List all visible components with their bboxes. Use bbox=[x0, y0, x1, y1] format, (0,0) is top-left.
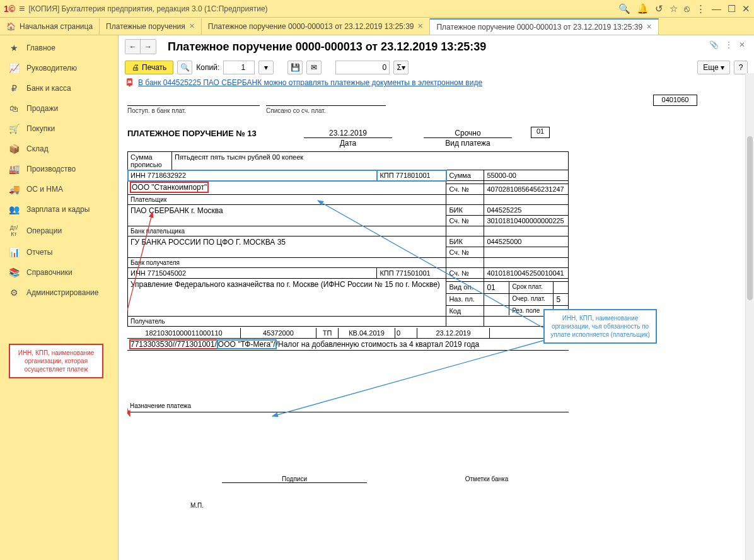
recv-account: 40101810045250010041 bbox=[484, 268, 569, 279]
tab-payment-order-13a[interactable]: Платежное поручение 0000-000013 от 23.12… bbox=[202, 18, 431, 35]
tabbar: 🏠 Начальная страница Платежные поручения… bbox=[0, 18, 754, 35]
tab-payment-order-13b[interactable]: Платежное поручение 0000-000013 от 23.12… bbox=[430, 18, 659, 35]
order-date: 23.12.2019 bbox=[304, 129, 392, 138]
recv-bank: ГУ БАНКА РОССИИ ПО ЦФО Г. МОСКВА 35 bbox=[130, 238, 286, 247]
sidebar-item-salary[interactable]: 👥Зарплата и кадры bbox=[0, 199, 118, 219]
factory-icon: 🏭 bbox=[9, 164, 19, 174]
bag-icon: 🛍 bbox=[9, 103, 19, 114]
date-label: Дата bbox=[304, 139, 392, 148]
vertical-scrollbar[interactable] bbox=[745, 73, 754, 560]
doc-title: Платежное поручение 0000-000013 от 23.12… bbox=[168, 40, 486, 54]
sidebar-item-purchases[interactable]: 🛒Покупки bbox=[0, 119, 118, 139]
payment-order-form: 0401060 Поступ. в банк плат. Списано со … bbox=[127, 95, 707, 509]
vidop-value: 01 bbox=[484, 282, 509, 293]
forward-button[interactable]: → bbox=[141, 40, 156, 54]
history-icon[interactable]: ↺ bbox=[655, 3, 663, 15]
content-area: 📎 ⋮ ✕ ← → Платежное поручение 0000-00001… bbox=[119, 35, 754, 560]
nazpl-label: Наз. пл. bbox=[446, 294, 484, 306]
more-icon[interactable]: ⋮ bbox=[725, 40, 733, 49]
link-icon[interactable]: ⎋ bbox=[684, 3, 690, 14]
recv-label: Получатель bbox=[128, 317, 446, 327]
sidebar-item-admin[interactable]: ⚙Администрирование bbox=[0, 283, 118, 303]
tab-close-icon[interactable]: ✕ bbox=[189, 22, 195, 30]
account-label: Сч. № bbox=[446, 184, 484, 195]
help-button[interactable]: ? bbox=[734, 61, 748, 74]
sidebar-item-sales[interactable]: 🛍Продажи bbox=[0, 98, 118, 119]
search-icon[interactable]: 🔍 bbox=[618, 3, 630, 15]
account-label: Сч. № bbox=[446, 216, 484, 226]
paperclip-icon[interactable]: 📎 bbox=[709, 40, 719, 49]
titlebar: 1© ≡ [КОПИЯ] Бухгалтерия предприятия, ре… bbox=[0, 0, 754, 18]
payer-bank-label: Банк плательщика bbox=[128, 226, 446, 236]
payer-bik: 044525225 bbox=[484, 205, 569, 216]
print-button[interactable]: 🖨Печать bbox=[125, 61, 173, 74]
tab-label: Платежное поручение 0000-000013 от 23.12… bbox=[208, 22, 414, 31]
print-label: Печать bbox=[142, 63, 166, 72]
sidebar-item-manager[interactable]: 📈Руководителю bbox=[0, 58, 118, 78]
purpose-id: 7713303530//771301001/ bbox=[130, 340, 218, 349]
cart-icon: 🛒 bbox=[9, 124, 19, 134]
bell-icon[interactable]: 🔔 bbox=[637, 3, 649, 15]
maximize-icon[interactable]: ☐ bbox=[728, 3, 736, 15]
recv-kpp: КПП 771501001 bbox=[377, 268, 446, 279]
doc-date: 23.12.2019 bbox=[417, 328, 490, 339]
ocher-value: 5 bbox=[554, 294, 568, 305]
srok-label: Срок плат. bbox=[509, 282, 554, 293]
sidebar-item-directories[interactable]: 📚Справочники bbox=[0, 262, 118, 283]
sidebar-label: Главное bbox=[26, 44, 55, 52]
email-button[interactable]: ✉ bbox=[306, 61, 322, 74]
doc-num: 0 bbox=[395, 328, 417, 339]
bank-link[interactable]: В банк 044525225 ПАО СБЕРБАНК можно отпр… bbox=[138, 78, 482, 87]
sidebar-item-operations[interactable]: Дт/КтОперации bbox=[0, 219, 118, 242]
tab-home[interactable]: 🏠 Начальная страница bbox=[0, 18, 100, 35]
kind-label: Вид платежа bbox=[424, 139, 512, 148]
purpose-text: /Налог на добавленную стоимость за 4 ква… bbox=[276, 340, 480, 349]
spisano-label: Списано со сч. плат. bbox=[266, 107, 386, 114]
sidebar-item-warehouse[interactable]: 📦Склад bbox=[0, 139, 118, 159]
sigma-button[interactable]: Σ▾ bbox=[393, 61, 409, 74]
window-title: [КОПИЯ] Бухгалтерия предприятия, редакци… bbox=[28, 4, 615, 13]
vidop-label: Вид оп. bbox=[446, 282, 484, 294]
settings-icon[interactable]: ⋮ bbox=[696, 3, 705, 15]
sidebar-item-assets[interactable]: 🚚ОС и НМА bbox=[0, 179, 118, 199]
ocher-label: Очер. плат. bbox=[509, 294, 554, 305]
sidebar-item-production[interactable]: 🏭Производство bbox=[0, 159, 118, 179]
sidebar-item-main[interactable]: ★Главное bbox=[0, 38, 118, 58]
books-icon: 📚 bbox=[9, 267, 19, 277]
close-icon[interactable]: ✕ bbox=[742, 3, 750, 15]
callout-red: ИНН, КПП, наименование организации, кото… bbox=[9, 344, 103, 378]
send-icon: 📮 bbox=[125, 78, 134, 87]
tab-close-icon[interactable]: ✕ bbox=[646, 23, 652, 31]
more-button[interactable]: Еще ▾ bbox=[697, 61, 730, 74]
kbk-code: 18210301000011000110 bbox=[127, 328, 241, 339]
sum-label: Сумма bbox=[446, 170, 484, 181]
menu-icon[interactable]: ≡ bbox=[19, 3, 25, 15]
preview-button[interactable]: 🔍 bbox=[177, 61, 192, 74]
sidebar-item-bank[interactable]: ₽Банк и касса bbox=[0, 78, 118, 98]
recv-inn: ИНН 7715045002 bbox=[128, 268, 377, 279]
copies-input[interactable] bbox=[223, 61, 255, 74]
star-icon[interactable]: ☆ bbox=[670, 3, 678, 15]
sidebar-item-reports[interactable]: 📊Отчеты bbox=[0, 242, 118, 262]
box-icon: 📦 bbox=[9, 144, 19, 154]
back-button[interactable]: ← bbox=[125, 40, 141, 54]
payment-purpose: 7713303530//771301001/ООО "ТФ-Мега"//Нал… bbox=[127, 339, 569, 351]
payer-bank: ПАО СБЕРБАНК г. Москва bbox=[130, 206, 223, 215]
mp-label: М.П. bbox=[127, 502, 707, 509]
tab-close-icon[interactable]: ✕ bbox=[417, 22, 423, 30]
period-code: КВ.04.2019 bbox=[339, 328, 395, 339]
close-panel-icon[interactable]: ✕ bbox=[739, 40, 745, 49]
save-button[interactable]: 💾 bbox=[287, 61, 303, 74]
scrollbar-thumb[interactable] bbox=[747, 136, 753, 300]
sum-input[interactable] bbox=[335, 61, 390, 74]
tab-payment-orders[interactable]: Платежные поручения ✕ bbox=[100, 18, 202, 35]
sidebar-label: Зарплата и кадры bbox=[26, 205, 90, 214]
sidebar-label: Администрирование bbox=[26, 288, 98, 297]
payment-kind: Срочно bbox=[424, 129, 512, 138]
sidebar-label: Производство bbox=[26, 165, 76, 173]
purpose-label: Назначение платежа bbox=[127, 401, 569, 412]
people-icon: 👥 bbox=[9, 204, 19, 214]
truck-icon: 🚚 bbox=[9, 184, 19, 194]
minimize-icon[interactable]: — bbox=[712, 3, 721, 14]
spinner-button[interactable]: ▾ bbox=[258, 61, 274, 74]
